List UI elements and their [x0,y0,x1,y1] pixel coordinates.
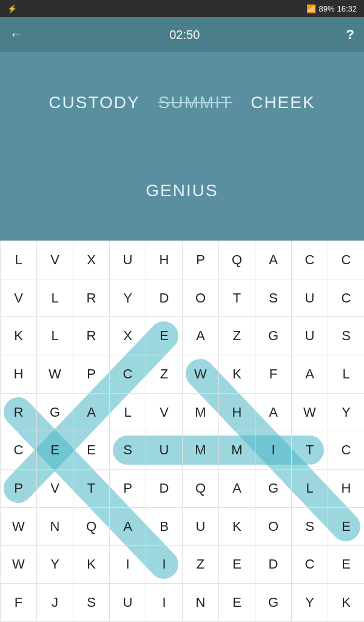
cell-r9-c8[interactable]: Y [292,584,328,622]
cell-r1-c9[interactable]: C [328,279,365,317]
cell-r9-c7[interactable]: G [255,584,292,622]
cell-r2-c6[interactable]: Z [219,317,255,355]
cell-r6-c6[interactable]: A [219,470,255,508]
cell-r8-c9[interactable]: E [328,545,365,584]
cell-r9-c3[interactable]: U [110,584,146,622]
cell-r5-c0[interactable]: C [1,431,37,470]
cell-r7-c3[interactable]: A [110,507,146,545]
cell-r3-c1[interactable]: W [37,355,73,394]
cell-r0-c6[interactable]: Q [219,241,255,279]
cell-r2-c2[interactable]: R [73,317,110,355]
cell-r2-c4[interactable]: E [146,317,183,355]
cell-r0-c5[interactable]: P [183,241,219,279]
help-button[interactable]: ? [346,27,354,43]
cell-r5-c2[interactable]: E [73,431,110,470]
cell-r6-c4[interactable]: D [146,470,183,508]
cell-r7-c0[interactable]: W [1,507,37,545]
cell-r4-c7[interactable]: A [255,393,292,431]
cell-r7-c4[interactable]: B [146,507,183,545]
cell-r4-c4[interactable]: V [146,393,183,431]
cell-r7-c7[interactable]: O [255,507,292,545]
cell-r3-c9[interactable]: L [328,355,365,394]
cell-r8-c7[interactable]: D [255,545,292,584]
cell-r0-c3[interactable]: U [110,241,146,279]
cell-r2-c8[interactable]: U [292,317,328,355]
cell-r1-c4[interactable]: D [146,279,183,317]
cell-r5-c1[interactable]: E [37,431,73,470]
cell-r6-c1[interactable]: V [37,470,73,508]
cell-r9-c1[interactable]: J [37,584,73,622]
cell-r6-c9[interactable]: H [328,470,365,508]
cell-r0-c9[interactable]: C [328,241,365,279]
cell-r2-c1[interactable]: L [37,317,73,355]
cell-r3-c4[interactable]: Z [146,355,183,394]
cell-r5-c4[interactable]: U [146,431,183,470]
cell-r0-c4[interactable]: H [146,241,183,279]
cell-r2-c7[interactable]: G [255,317,292,355]
cell-r9-c2[interactable]: S [73,584,110,622]
cell-r4-c0[interactable]: R [1,393,37,431]
cell-r7-c5[interactable]: U [183,507,219,545]
cell-r9-c0[interactable]: F [1,584,37,622]
cell-r8-c1[interactable]: Y [37,545,73,584]
cell-r6-c3[interactable]: P [110,470,146,508]
cell-r4-c6[interactable]: H [219,393,255,431]
cell-r5-c7[interactable]: I [255,431,292,470]
cell-r8-c5[interactable]: Z [183,545,219,584]
cell-r2-c3[interactable]: X [110,317,146,355]
cell-r0-c2[interactable]: X [73,241,110,279]
cell-r1-c8[interactable]: U [292,279,328,317]
cell-r0-c0[interactable]: L [1,241,37,279]
cell-r8-c8[interactable]: C [292,545,328,584]
cell-r2-c5[interactable]: A [183,317,219,355]
cell-r1-c7[interactable]: S [255,279,292,317]
cell-r1-c1[interactable]: L [37,279,73,317]
cell-r8-c0[interactable]: W [1,545,37,584]
cell-r6-c7[interactable]: G [255,470,292,508]
cell-r7-c8[interactable]: S [292,507,328,545]
cell-r0-c1[interactable]: V [37,241,73,279]
cell-r5-c3[interactable]: S [110,431,146,470]
cell-r8-c2[interactable]: K [73,545,110,584]
cell-r3-c7[interactable]: F [255,355,292,394]
cell-r9-c4[interactable]: I [146,584,183,622]
cell-r4-c1[interactable]: G [37,393,73,431]
cell-r4-c5[interactable]: M [183,393,219,431]
cell-r7-c2[interactable]: Q [73,507,110,545]
cell-r3-c6[interactable]: K [219,355,255,394]
cell-r7-c6[interactable]: K [219,507,255,545]
cell-r2-c0[interactable]: K [1,317,37,355]
cell-r2-c9[interactable]: S [328,317,365,355]
cell-r1-c0[interactable]: V [1,279,37,317]
cell-r4-c3[interactable]: L [110,393,146,431]
cell-r5-c8[interactable]: T [292,431,328,470]
cell-r8-c3[interactable]: I [110,545,146,584]
cell-r3-c3[interactable]: C [110,355,146,394]
cell-r3-c2[interactable]: P [73,355,110,394]
cell-r1-c6[interactable]: T [219,279,255,317]
cell-r7-c1[interactable]: N [37,507,73,545]
cell-r6-c2[interactable]: T [73,470,110,508]
cell-r8-c4[interactable]: I [146,545,183,584]
back-button[interactable]: ← [10,27,23,43]
cell-r3-c0[interactable]: H [1,355,37,394]
cell-r9-c6[interactable]: E [219,584,255,622]
cell-r4-c2[interactable]: A [73,393,110,431]
cell-r4-c9[interactable]: Y [328,393,365,431]
cell-r3-c5[interactable]: W [183,355,219,394]
cell-r1-c5[interactable]: O [183,279,219,317]
cell-r7-c9[interactable]: E [328,507,365,545]
cell-r1-c3[interactable]: Y [110,279,146,317]
cell-r6-c5[interactable]: Q [183,470,219,508]
cell-r0-c7[interactable]: A [255,241,292,279]
cell-r6-c8[interactable]: L [292,470,328,508]
cell-r8-c6[interactable]: E [219,545,255,584]
cell-r6-c0[interactable]: P [1,470,37,508]
cell-r5-c9[interactable]: C [328,431,365,470]
cell-r3-c8[interactable]: A [292,355,328,394]
cell-r4-c8[interactable]: W [292,393,328,431]
cell-r5-c5[interactable]: M [183,431,219,470]
cell-r0-c8[interactable]: C [292,241,328,279]
cell-r1-c2[interactable]: R [73,279,110,317]
cell-r9-c9[interactable]: K [328,584,365,622]
